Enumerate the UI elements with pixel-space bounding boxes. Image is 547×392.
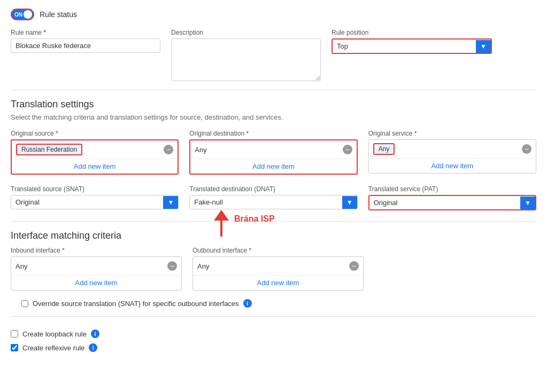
original-source-remove[interactable]: − — [164, 145, 173, 154]
translated-destination-arrow[interactable]: ▼ — [342, 196, 357, 209]
original-destination-tag: Any — [195, 146, 206, 154]
original-source-box: Russian Federation − Add new item — [11, 139, 179, 175]
translated-destination-label: Translated destination (DNAT) — [189, 185, 357, 193]
create-reflexive-row: Create reflexive rule i — [11, 343, 536, 352]
create-reflexive-label: Create reflexive rule — [22, 344, 84, 352]
translated-source-arrow[interactable]: ▼ — [163, 196, 178, 209]
original-destination-col: Original destination * Any − Add new ite… — [189, 130, 357, 175]
translation-settings-desc: Select the matching criteria and transla… — [11, 113, 536, 121]
description-textarea[interactable] — [171, 38, 321, 81]
create-loopback-info-icon[interactable]: i — [91, 330, 99, 338]
annotation-text: Brána ISP — [234, 214, 275, 224]
translated-source-label: Translated source (SNAT) — [11, 185, 179, 193]
translated-service-label: Translated service (PAT) — [368, 185, 536, 193]
divider-3 — [11, 316, 536, 317]
override-snat-label: Override source translation (SNAT) for s… — [33, 300, 239, 308]
inbound-interface-label: Inbound interface * — [11, 247, 182, 254]
translated-service-value: Original — [369, 196, 520, 209]
outbound-interface-tag: Any — [197, 262, 209, 270]
annotation-arrow — [214, 210, 229, 237]
inbound-interface-add-btn[interactable]: Add new item — [11, 275, 181, 290]
outbound-interface-remove[interactable]: − — [349, 261, 359, 271]
rule-name-label: Rule name * — [11, 29, 160, 36]
inbound-interface-tag: Any — [16, 262, 27, 270]
original-source-tag: Russian Federation — [16, 144, 82, 155]
override-snat-row: Override source translation (SNAT) for s… — [11, 299, 536, 308]
original-service-tag: Any — [373, 143, 395, 155]
inbound-interface-box: Any − Add new item — [11, 256, 182, 291]
original-source-col: Original source * Russian Federation − A… — [11, 130, 179, 175]
translated-source-select[interactable]: Original ▼ — [11, 195, 179, 209]
rule-position-select[interactable]: Top ▼ — [332, 38, 492, 54]
override-snat-checkbox[interactable] — [21, 300, 28, 307]
translated-source-col: Translated source (SNAT) Original ▼ — [11, 185, 179, 209]
original-source-label: Original source * — [11, 130, 179, 137]
description-label: Description — [171, 29, 321, 36]
translated-service-select[interactable]: Original ▼ — [368, 195, 536, 210]
rule-status-label: Rule status — [40, 10, 77, 19]
outbound-interface-col: Outbound interface * Any − Add new item — [192, 247, 364, 291]
rule-position-label: Rule position — [332, 29, 536, 36]
outbound-interface-add-btn[interactable]: Add new item — [193, 275, 363, 290]
original-service-remove[interactable]: − — [522, 144, 531, 154]
create-loopback-row: Create loopback rule i — [11, 330, 536, 338]
outbound-interface-box: Any − Add new item — [192, 256, 364, 291]
toggle-knob — [24, 10, 32, 19]
original-destination-label: Original destination * — [189, 130, 357, 137]
inbound-interface-col: Inbound interface * Any − Add new item — [11, 247, 182, 291]
translation-settings-heading: Translation settings — [11, 99, 536, 110]
create-loopback-checkbox[interactable] — [11, 330, 18, 338]
rule-position-arrow[interactable]: ▼ — [476, 40, 491, 53]
original-service-box: Any − Add new item — [368, 139, 536, 174]
original-destination-box: Any − Add new item — [189, 139, 357, 175]
toggle-on-label: ON — [12, 12, 22, 18]
original-service-col: Original service * Any − Add new item — [368, 130, 536, 175]
divider-1 — [11, 90, 536, 90]
translated-source-value: Original — [11, 195, 163, 209]
translated-service-arrow[interactable]: ▼ — [520, 197, 535, 209]
create-reflexive-checkbox[interactable] — [11, 344, 18, 351]
original-source-add-btn[interactable]: Add new item — [12, 159, 178, 174]
original-service-label: Original service * — [368, 130, 536, 137]
create-reflexive-info-icon[interactable]: i — [89, 343, 97, 352]
original-destination-add-btn[interactable]: Add new item — [190, 159, 356, 174]
create-loopback-label: Create loopback rule — [22, 330, 87, 338]
original-service-add-btn[interactable]: Add new item — [369, 158, 536, 173]
rule-name-input[interactable] — [11, 38, 160, 53]
inbound-interface-remove[interactable]: − — [167, 261, 177, 271]
override-snat-info-icon[interactable]: i — [243, 299, 252, 308]
outbound-interface-label: Outbound interface * — [192, 247, 364, 254]
translated-service-col: Translated service (PAT) Original ▼ — [368, 185, 536, 210]
rule-position-value: Top — [333, 40, 476, 53]
original-destination-remove[interactable]: − — [343, 145, 352, 154]
rule-status-toggle[interactable]: ON — [11, 9, 34, 20]
